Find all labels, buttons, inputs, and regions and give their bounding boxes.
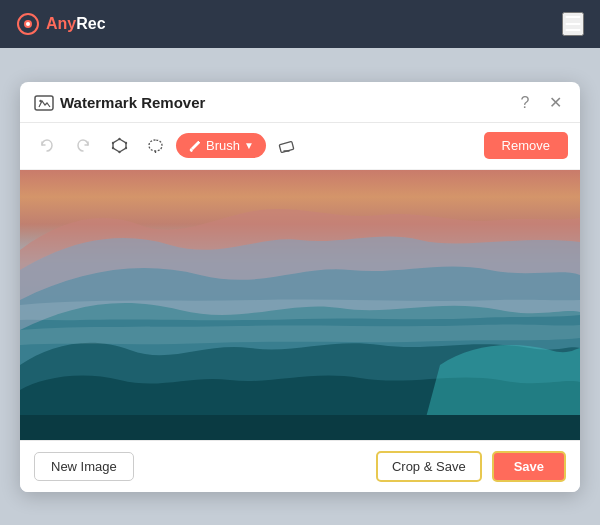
- svg-point-10: [111, 147, 113, 149]
- polygon-select-icon: [111, 137, 128, 154]
- brush-icon: [188, 139, 202, 153]
- svg-point-9: [118, 151, 120, 153]
- image-area: [20, 170, 580, 440]
- undo-icon: [39, 138, 55, 154]
- help-button[interactable]: ?: [514, 92, 536, 114]
- mountain-svg: [20, 170, 580, 440]
- remove-button[interactable]: Remove: [484, 132, 568, 159]
- landscape-image: [20, 170, 580, 440]
- close-button[interactable]: ✕: [544, 92, 566, 114]
- svg-point-7: [124, 142, 126, 144]
- logo-icon: [16, 12, 40, 36]
- svg-point-6: [118, 138, 120, 140]
- redo-icon: [75, 138, 91, 154]
- svg-point-4: [39, 99, 41, 101]
- svg-point-11: [111, 142, 113, 144]
- svg-marker-5: [113, 139, 126, 152]
- bottom-bar: New Image Crop & Save Save: [20, 440, 580, 492]
- redo-button[interactable]: [68, 131, 98, 161]
- dialog-titlebar: Watermark Remover ? ✕: [20, 82, 580, 123]
- app-name: AnyRec: [46, 15, 106, 33]
- dialog-title-text: Watermark Remover: [60, 94, 205, 111]
- app-name-any: Any: [46, 15, 76, 32]
- lasso-select-button[interactable]: [140, 131, 170, 161]
- dialog-title: Watermark Remover: [34, 93, 205, 113]
- lasso-select-icon: [147, 137, 164, 154]
- eraser-button[interactable]: [272, 131, 302, 161]
- brush-label: Brush: [206, 138, 240, 153]
- main-content: Watermark Remover ? ✕: [0, 48, 600, 525]
- right-buttons: Crop & Save Save: [376, 451, 566, 482]
- new-image-button[interactable]: New Image: [34, 452, 134, 481]
- toolbar: Brush ▼ Remove: [20, 123, 580, 170]
- svg-point-2: [26, 22, 30, 26]
- eraser-icon: [278, 137, 295, 154]
- svg-rect-16: [20, 415, 580, 440]
- hamburger-button[interactable]: ☰: [562, 12, 584, 36]
- crop-save-button[interactable]: Crop & Save: [376, 451, 482, 482]
- polygon-select-button[interactable]: [104, 131, 134, 161]
- app-logo: AnyRec: [16, 12, 106, 36]
- brush-button[interactable]: Brush ▼: [176, 133, 266, 158]
- app-name-rec: Rec: [76, 15, 105, 32]
- dialog-controls: ? ✕: [514, 92, 566, 114]
- app-bar: AnyRec ☰: [0, 0, 600, 48]
- save-button[interactable]: Save: [492, 451, 566, 482]
- watermark-remover-icon: [34, 93, 54, 113]
- brush-dropdown-icon: ▼: [244, 140, 254, 151]
- watermark-remover-dialog: Watermark Remover ? ✕: [20, 82, 580, 492]
- undo-button[interactable]: [32, 131, 62, 161]
- svg-point-8: [124, 147, 126, 149]
